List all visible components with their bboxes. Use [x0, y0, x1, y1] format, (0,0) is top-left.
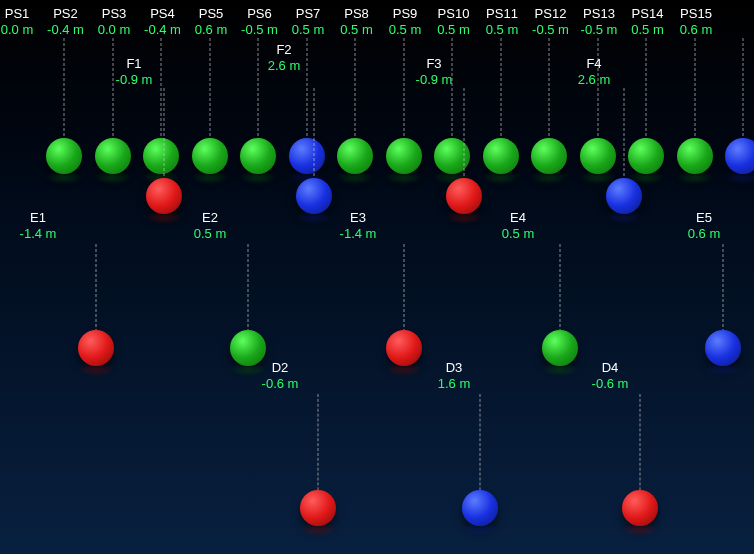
e3-value: -1.4 m [340, 226, 377, 242]
e4-node [542, 330, 578, 366]
f4-node [606, 178, 642, 214]
ps1-name: PS1 [1, 6, 34, 22]
ps14-value: 0.5 m [631, 22, 664, 38]
e4-name: E4 [502, 210, 535, 226]
ps2-node [95, 138, 131, 174]
ps11-value: 0.5 m [486, 22, 519, 38]
f1-name: F1 [116, 56, 153, 72]
ps8-label: PS80.5 m [340, 6, 373, 37]
d2-sphere [300, 490, 336, 526]
d2-node [300, 490, 336, 526]
ps12-node [580, 138, 616, 174]
ps6-value: -0.5 m [241, 22, 278, 38]
f1-sphere [146, 178, 182, 214]
e5-name: E5 [688, 210, 721, 226]
e2-value: 0.5 m [194, 226, 227, 242]
f2-value: 2.6 m [268, 58, 301, 74]
ps13-sphere [628, 138, 664, 174]
ps11-node [531, 138, 567, 174]
ps3-node [143, 138, 179, 174]
ps11-label: PS110.5 m [486, 6, 519, 37]
ps2-value: -0.4 m [47, 22, 84, 38]
ps12-value: -0.5 m [532, 22, 569, 38]
f1-node [146, 178, 182, 214]
f2-name: F2 [268, 42, 301, 58]
ps13-label: PS13-0.5 m [581, 6, 618, 37]
ps13-node [628, 138, 664, 174]
f4-name: F4 [578, 56, 611, 72]
d3-sphere [462, 490, 498, 526]
e2-name: E2 [194, 210, 227, 226]
e1-value: -1.4 m [20, 226, 57, 242]
d4-value: -0.6 m [592, 376, 629, 392]
ps15-value: 0.6 m [680, 22, 713, 38]
ps15-sphere [725, 138, 754, 174]
ps8-sphere [386, 138, 422, 174]
ps5-node [240, 138, 276, 174]
f3-label: F3-0.9 m [416, 56, 453, 87]
d4-label: D4-0.6 m [592, 360, 629, 391]
ps14-name: PS14 [631, 6, 664, 22]
ps4-label: PS4-0.4 m [144, 6, 181, 37]
ps15-node [725, 138, 754, 174]
ps14-label: PS140.5 m [631, 6, 664, 37]
ps6-sphere [289, 138, 325, 174]
f3-node [446, 178, 482, 214]
d3-name: D3 [438, 360, 471, 376]
e5-label: E50.6 m [688, 210, 721, 241]
ps10-sphere [483, 138, 519, 174]
e4-label: E40.5 m [502, 210, 535, 241]
ps10-name: PS10 [437, 6, 470, 22]
e5-value: 0.6 m [688, 226, 721, 242]
ps9-name: PS9 [389, 6, 422, 22]
ps14-sphere [677, 138, 713, 174]
ps9-sphere [434, 138, 470, 174]
e4-sphere [542, 330, 578, 366]
ps3-label: PS30.0 m [98, 6, 131, 37]
ps2-name: PS2 [47, 6, 84, 22]
f4-sphere [606, 178, 642, 214]
ps8-node [386, 138, 422, 174]
ps4-name: PS4 [144, 6, 181, 22]
ps12-sphere [580, 138, 616, 174]
ps7-name: PS7 [292, 6, 325, 22]
ps11-name: PS11 [486, 6, 519, 22]
ps3-value: 0.0 m [98, 22, 131, 38]
ps9-node [434, 138, 470, 174]
ps8-name: PS8 [340, 6, 373, 22]
ps1-label: PS10.0 m [1, 6, 34, 37]
ps4-sphere [192, 138, 228, 174]
ps1-node [46, 138, 82, 174]
ps9-value: 0.5 m [389, 22, 422, 38]
e5-sphere [705, 330, 741, 366]
ps5-sphere [240, 138, 276, 174]
f1-value: -0.9 m [116, 72, 153, 88]
f3-value: -0.9 m [416, 72, 453, 88]
ps3-name: PS3 [98, 6, 131, 22]
ps5-name: PS5 [195, 6, 228, 22]
d2-label: D2-0.6 m [262, 360, 299, 391]
e1-label: E1-1.4 m [20, 210, 57, 241]
ps1-value: 0.0 m [1, 22, 34, 38]
ps7-value: 0.5 m [292, 22, 325, 38]
ps6-name: PS6 [241, 6, 278, 22]
e5-node [705, 330, 741, 366]
d3-value: 1.6 m [438, 376, 471, 392]
f3-sphere [446, 178, 482, 214]
ps14-node [677, 138, 713, 174]
ps4-node [192, 138, 228, 174]
ps7-label: PS70.5 m [292, 6, 325, 37]
ps5-label: PS50.6 m [195, 6, 228, 37]
e1-node [78, 330, 114, 366]
d4-node [622, 490, 658, 526]
ps5-value: 0.6 m [195, 22, 228, 38]
f1-label: F1-0.9 m [116, 56, 153, 87]
ps13-value: -0.5 m [581, 22, 618, 38]
ps2-label: PS2-0.4 m [47, 6, 84, 37]
e1-sphere [78, 330, 114, 366]
ps2-sphere [95, 138, 131, 174]
e1-name: E1 [20, 210, 57, 226]
ps6-node [289, 138, 325, 174]
f4-value: 2.6 m [578, 72, 611, 88]
ps15-label: PS150.6 m [680, 6, 713, 37]
